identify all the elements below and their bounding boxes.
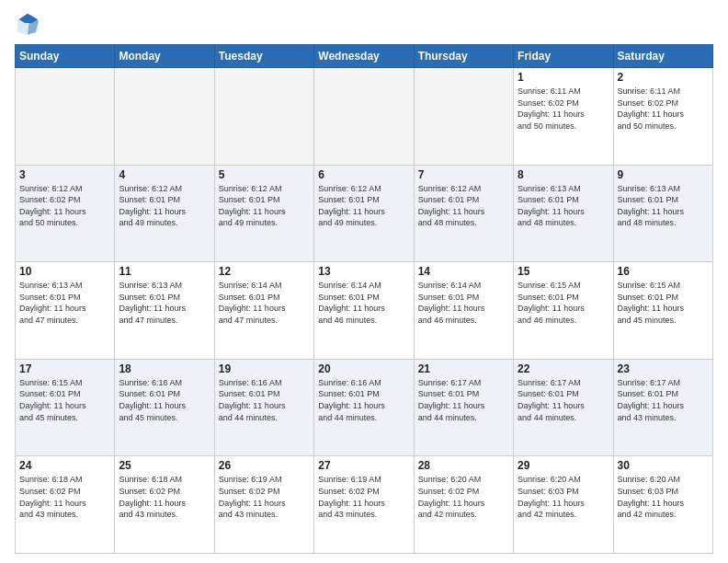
day-number: 1 (518, 71, 609, 84)
day-number: 30 (618, 459, 709, 472)
day-info: Sunrise: 6:13 AM Sunset: 6:01 PM Dayligh… (119, 280, 210, 326)
day-number: 29 (518, 459, 609, 472)
calendar-cell: 22Sunrise: 6:17 AM Sunset: 6:01 PM Dayli… (514, 359, 613, 456)
day-of-week-header: Thursday (414, 45, 513, 68)
day-info: Sunrise: 6:13 AM Sunset: 6:01 PM Dayligh… (618, 183, 709, 229)
calendar-cell: 27Sunrise: 6:19 AM Sunset: 6:02 PM Dayli… (314, 456, 414, 554)
day-info: Sunrise: 6:16 AM Sunset: 6:01 PM Dayligh… (219, 377, 310, 423)
day-number: 24 (19, 459, 110, 472)
day-number: 25 (119, 459, 210, 472)
day-info: Sunrise: 6:17 AM Sunset: 6:01 PM Dayligh… (418, 377, 509, 423)
day-info: Sunrise: 6:16 AM Sunset: 6:01 PM Dayligh… (318, 377, 409, 423)
day-number: 15 (518, 265, 609, 278)
day-number: 2 (618, 71, 709, 84)
calendar-cell (115, 68, 214, 166)
day-info: Sunrise: 6:13 AM Sunset: 6:01 PM Dayligh… (19, 280, 110, 326)
day-of-week-header: Saturday (613, 45, 712, 68)
calendar-cell (214, 68, 313, 166)
logo (15, 11, 44, 37)
day-info: Sunrise: 6:11 AM Sunset: 6:02 PM Dayligh… (518, 86, 609, 132)
day-number: 23 (618, 362, 709, 375)
day-info: Sunrise: 6:20 AM Sunset: 6:03 PM Dayligh… (618, 474, 709, 520)
calendar-cell: 10Sunrise: 6:13 AM Sunset: 6:01 PM Dayli… (16, 262, 115, 360)
calendar-cell: 18Sunrise: 6:16 AM Sunset: 6:01 PM Dayli… (115, 359, 214, 456)
calendar-cell (16, 68, 115, 166)
calendar-week-row: 24Sunrise: 6:18 AM Sunset: 6:02 PM Dayli… (16, 456, 713, 554)
calendar-header-row: SundayMondayTuesdayWednesdayThursdayFrid… (16, 45, 713, 68)
calendar-cell (314, 68, 414, 166)
day-number: 9 (618, 168, 709, 181)
day-number: 19 (219, 362, 310, 375)
day-number: 7 (418, 168, 509, 181)
day-info: Sunrise: 6:12 AM Sunset: 6:02 PM Dayligh… (19, 183, 110, 229)
day-number: 11 (119, 265, 210, 278)
day-number: 3 (19, 168, 110, 181)
calendar: SundayMondayTuesdayWednesdayThursdayFrid… (15, 44, 713, 554)
day-number: 14 (418, 265, 509, 278)
day-number: 4 (119, 168, 210, 181)
calendar-cell: 28Sunrise: 6:20 AM Sunset: 6:02 PM Dayli… (414, 456, 513, 554)
day-info: Sunrise: 6:17 AM Sunset: 6:01 PM Dayligh… (618, 377, 709, 423)
calendar-cell: 5Sunrise: 6:12 AM Sunset: 6:01 PM Daylig… (214, 165, 313, 262)
day-of-week-header: Monday (115, 45, 214, 68)
day-info: Sunrise: 6:17 AM Sunset: 6:01 PM Dayligh… (518, 377, 609, 423)
calendar-cell: 25Sunrise: 6:18 AM Sunset: 6:02 PM Dayli… (115, 456, 214, 554)
day-number: 8 (518, 168, 609, 181)
day-number: 12 (219, 265, 310, 278)
logo-icon (15, 11, 40, 37)
calendar-cell: 29Sunrise: 6:20 AM Sunset: 6:03 PM Dayli… (514, 456, 613, 554)
day-info: Sunrise: 6:13 AM Sunset: 6:01 PM Dayligh… (518, 183, 609, 229)
day-number: 5 (219, 168, 310, 181)
day-number: 27 (318, 459, 409, 472)
day-info: Sunrise: 6:19 AM Sunset: 6:02 PM Dayligh… (219, 474, 310, 520)
day-number: 10 (19, 265, 110, 278)
day-number: 21 (418, 362, 509, 375)
day-number: 28 (418, 459, 509, 472)
calendar-cell: 2Sunrise: 6:11 AM Sunset: 6:02 PM Daylig… (613, 68, 712, 166)
day-info: Sunrise: 6:14 AM Sunset: 6:01 PM Dayligh… (318, 280, 409, 326)
calendar-cell: 8Sunrise: 6:13 AM Sunset: 6:01 PM Daylig… (514, 165, 613, 262)
calendar-cell: 23Sunrise: 6:17 AM Sunset: 6:01 PM Dayli… (613, 359, 712, 456)
calendar-cell: 12Sunrise: 6:14 AM Sunset: 6:01 PM Dayli… (214, 262, 313, 360)
day-info: Sunrise: 6:20 AM Sunset: 6:02 PM Dayligh… (418, 474, 509, 520)
calendar-cell: 3Sunrise: 6:12 AM Sunset: 6:02 PM Daylig… (16, 165, 115, 262)
day-info: Sunrise: 6:14 AM Sunset: 6:01 PM Dayligh… (418, 280, 509, 326)
day-of-week-header: Wednesday (314, 45, 414, 68)
day-info: Sunrise: 6:18 AM Sunset: 6:02 PM Dayligh… (119, 474, 210, 520)
day-of-week-header: Sunday (16, 45, 115, 68)
day-info: Sunrise: 6:15 AM Sunset: 6:01 PM Dayligh… (618, 280, 709, 326)
calendar-cell: 1Sunrise: 6:11 AM Sunset: 6:02 PM Daylig… (514, 68, 613, 166)
calendar-cell: 17Sunrise: 6:15 AM Sunset: 6:01 PM Dayli… (16, 359, 115, 456)
day-info: Sunrise: 6:19 AM Sunset: 6:02 PM Dayligh… (318, 474, 409, 520)
day-info: Sunrise: 6:15 AM Sunset: 6:01 PM Dayligh… (518, 280, 609, 326)
calendar-cell: 21Sunrise: 6:17 AM Sunset: 6:01 PM Dayli… (414, 359, 513, 456)
calendar-week-row: 10Sunrise: 6:13 AM Sunset: 6:01 PM Dayli… (16, 262, 713, 360)
calendar-cell: 30Sunrise: 6:20 AM Sunset: 6:03 PM Dayli… (613, 456, 712, 554)
day-info: Sunrise: 6:12 AM Sunset: 6:01 PM Dayligh… (318, 183, 409, 229)
calendar-cell: 24Sunrise: 6:18 AM Sunset: 6:02 PM Dayli… (16, 456, 115, 554)
calendar-cell: 13Sunrise: 6:14 AM Sunset: 6:01 PM Dayli… (314, 262, 414, 360)
day-of-week-header: Friday (514, 45, 613, 68)
calendar-week-row: 17Sunrise: 6:15 AM Sunset: 6:01 PM Dayli… (16, 359, 713, 456)
day-info: Sunrise: 6:14 AM Sunset: 6:01 PM Dayligh… (219, 280, 310, 326)
day-number: 13 (318, 265, 409, 278)
day-number: 18 (119, 362, 210, 375)
day-number: 20 (318, 362, 409, 375)
calendar-cell: 4Sunrise: 6:12 AM Sunset: 6:01 PM Daylig… (115, 165, 214, 262)
day-info: Sunrise: 6:18 AM Sunset: 6:02 PM Dayligh… (19, 474, 110, 520)
calendar-cell: 14Sunrise: 6:14 AM Sunset: 6:01 PM Dayli… (414, 262, 513, 360)
day-info: Sunrise: 6:20 AM Sunset: 6:03 PM Dayligh… (518, 474, 609, 520)
day-of-week-header: Tuesday (214, 45, 313, 68)
day-number: 16 (618, 265, 709, 278)
calendar-cell (414, 68, 513, 166)
day-info: Sunrise: 6:12 AM Sunset: 6:01 PM Dayligh… (219, 183, 310, 229)
header (15, 11, 713, 37)
day-info: Sunrise: 6:15 AM Sunset: 6:01 PM Dayligh… (19, 377, 110, 423)
calendar-cell: 7Sunrise: 6:12 AM Sunset: 6:01 PM Daylig… (414, 165, 513, 262)
day-number: 22 (518, 362, 609, 375)
calendar-cell: 6Sunrise: 6:12 AM Sunset: 6:01 PM Daylig… (314, 165, 414, 262)
day-info: Sunrise: 6:11 AM Sunset: 6:02 PM Dayligh… (618, 86, 709, 132)
calendar-week-row: 3Sunrise: 6:12 AM Sunset: 6:02 PM Daylig… (16, 165, 713, 262)
day-number: 26 (219, 459, 310, 472)
calendar-cell: 15Sunrise: 6:15 AM Sunset: 6:01 PM Dayli… (514, 262, 613, 360)
